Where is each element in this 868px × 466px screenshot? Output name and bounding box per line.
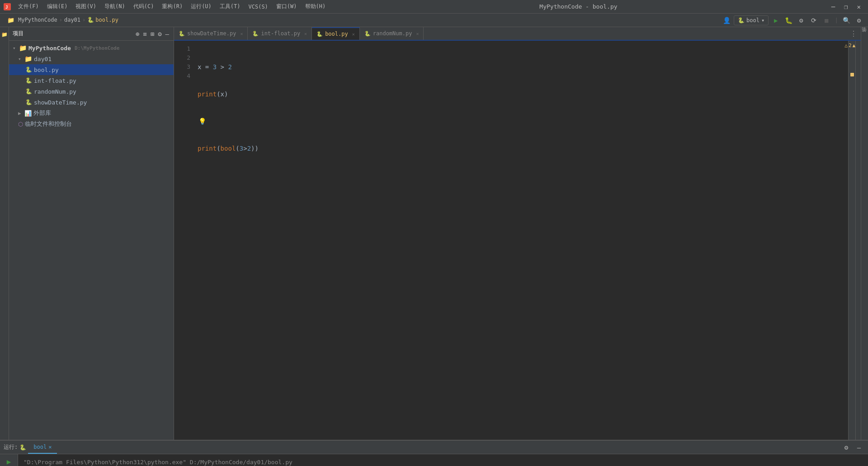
new-file-btn[interactable]: ⊕ bbox=[135, 29, 140, 38]
code-content[interactable]: x = 3 > 2 print(x) 💡 print(bool(3>2)) bbox=[192, 41, 848, 440]
breadcrumb-project[interactable]: MyPythonCode bbox=[18, 17, 57, 23]
tab-bool-label: bool.py bbox=[325, 31, 348, 37]
tab-int-float-close[interactable]: ✕ bbox=[304, 31, 307, 36]
breadcrumb-folder[interactable]: day01 bbox=[64, 17, 80, 23]
tree-external-libs[interactable]: ▶ 📊 外部库 bbox=[9, 108, 174, 119]
tab-showdatetime-label: showDateTime.py bbox=[187, 30, 236, 37]
file-tree: ▾ 📁 MyPythonCode D:\MyPythonCode ▾ 📁 day… bbox=[9, 41, 174, 440]
menu-run[interactable]: 运行(U) bbox=[187, 1, 215, 12]
extlib-icon: 📊 bbox=[24, 110, 32, 117]
tab-showdatetime[interactable]: 🐍 showDateTime.py ✕ bbox=[174, 27, 248, 40]
tree-scratch[interactable]: ⬡ 临时文件和控制台 bbox=[9, 119, 174, 129]
file-panel: 项目 ⊕ ≡ ⊞ ⚙ — ▾ 📁 MyPythonCode D:\MyPytho… bbox=[9, 27, 174, 440]
tree-file-randomnum[interactable]: 🐍 randomNum.py bbox=[9, 86, 174, 97]
top-toolbar: 📁 MyPythonCode › day01 › 🐍 bool.py 👤 🐍 b… bbox=[0, 14, 868, 27]
breadcrumb-sep2: › bbox=[82, 17, 85, 23]
maximize-button[interactable]: ❐ bbox=[840, 3, 851, 10]
tree-folder-day01[interactable]: ▾ 📁 day01 bbox=[9, 53, 174, 64]
run-play-btn[interactable]: ▶ bbox=[4, 456, 14, 466]
randomnum-label: randomNum.py bbox=[34, 88, 76, 95]
day01-folder-icon: 📁 bbox=[24, 55, 32, 62]
tabs-overflow[interactable]: ⋮ bbox=[846, 29, 861, 38]
scratch-label: 临时文件和控制台 bbox=[25, 120, 72, 128]
run-config[interactable]: 🐍 bool ▾ bbox=[734, 15, 769, 25]
day01-label: day01 bbox=[34, 56, 52, 62]
lightbulb-icon[interactable]: 💡 bbox=[198, 117, 206, 126]
tree-file-showdatetime[interactable]: 🐍 showDateTime.py bbox=[9, 97, 174, 108]
project-expand-arrow: ▾ bbox=[13, 45, 17, 51]
tab-int-float[interactable]: 🐍 int-float.py ✕ bbox=[248, 27, 312, 40]
stop-button[interactable]: ■ bbox=[821, 15, 832, 26]
extlib-label: 外部库 bbox=[33, 109, 51, 117]
showdatetime-icon: 🐍 bbox=[25, 99, 32, 105]
bool-file-label: bool.py bbox=[34, 67, 59, 73]
coverage-button[interactable]: ⚙ bbox=[796, 15, 807, 26]
menu-vcs[interactable]: VCS(S) bbox=[245, 2, 272, 11]
user-button[interactable]: 👤 bbox=[721, 15, 732, 26]
app-icon: J bbox=[4, 3, 11, 10]
randomnum-icon: 🐍 bbox=[25, 88, 32, 95]
menu-file[interactable]: 文件(F) bbox=[14, 1, 42, 12]
run-settings-btn[interactable]: ⚙ bbox=[841, 442, 852, 453]
bookmarks-sidebar: 书签 bbox=[861, 27, 868, 440]
svg-text:J: J bbox=[5, 5, 8, 10]
menu-refactor[interactable]: 重构(R) bbox=[158, 1, 186, 12]
file-panel-actions: ⊕ ≡ ⊞ ⚙ — bbox=[135, 29, 170, 38]
run-label: 运行: bbox=[4, 443, 18, 451]
code-line-3: 💡 bbox=[198, 117, 843, 126]
project-icon: 📁 bbox=[7, 17, 14, 24]
run-button[interactable]: ▶ bbox=[770, 15, 781, 26]
menu-help[interactable]: 帮助(H) bbox=[302, 1, 330, 12]
tabs-bar: 🐍 showDateTime.py ✕ 🐍 int-float.py ✕ 🐍 b… bbox=[174, 27, 861, 41]
expand-all-btn[interactable]: ⊞ bbox=[150, 29, 155, 38]
code-editor-wrapper: 1 2 3 4 x = 3 > 2 print(x) 💡 print(bool(… bbox=[174, 41, 861, 440]
menu-nav[interactable]: 导航(N) bbox=[101, 1, 129, 12]
settings-button[interactable]: ⚙ bbox=[854, 15, 864, 26]
minimize-button[interactable]: ─ bbox=[828, 3, 839, 10]
tree-file-bool[interactable]: 🐍 bool.py bbox=[9, 64, 174, 75]
tab-showdatetime-icon: 🐍 bbox=[179, 31, 185, 37]
menu-code[interactable]: 代码(C) bbox=[130, 1, 158, 12]
run-tab-bool[interactable]: bool ✕ bbox=[28, 441, 57, 454]
showdatetime-label: showDateTime.py bbox=[34, 99, 87, 106]
tab-bool[interactable]: 🐍 bool.py ✕ bbox=[312, 27, 360, 40]
menu-edit[interactable]: 编辑(E) bbox=[43, 1, 71, 12]
menu-tools[interactable]: 工具(T) bbox=[216, 1, 244, 12]
breadcrumb: 📁 MyPythonCode › day01 › 🐍 bool.py bbox=[4, 14, 721, 27]
project-path: D:\MyPythonCode bbox=[75, 45, 119, 51]
code-line-2: print(x) bbox=[198, 90, 843, 99]
sidebar-icon-1[interactable]: 📁 bbox=[0, 29, 10, 40]
tab-showdatetime-close[interactable]: ✕ bbox=[240, 31, 243, 36]
search-button[interactable]: 🔍 bbox=[841, 15, 852, 26]
project-folder-icon: 📁 bbox=[19, 44, 27, 52]
breadcrumb-sep1: › bbox=[59, 17, 62, 23]
tab-int-float-label: int-float.py bbox=[261, 30, 300, 37]
run-tab-close[interactable]: ✕ bbox=[48, 444, 52, 450]
bool-file-icon: 🐍 bbox=[25, 67, 32, 73]
run-hide-btn[interactable]: — bbox=[854, 442, 864, 453]
menu-window[interactable]: 窗口(W) bbox=[273, 1, 301, 12]
line-num-3: 3 bbox=[176, 62, 190, 71]
line-num-4: 4 bbox=[176, 71, 190, 81]
menu-view[interactable]: 视图(V) bbox=[72, 1, 100, 12]
tab-randomnum[interactable]: 🐍 randomNum.py ✕ bbox=[360, 27, 424, 40]
run-config-dropdown-icon: ▾ bbox=[761, 17, 764, 24]
run-panel-content: ▶ ■ ⚙ ≡ ⊞ 🖨 📌 🗑 "D:\Program Files\Python… bbox=[0, 454, 868, 466]
collapse-all-btn[interactable]: ≡ bbox=[142, 29, 147, 38]
line-num-2: 2 bbox=[176, 53, 190, 62]
breadcrumb-file[interactable]: 🐍 bool.py bbox=[87, 17, 118, 23]
hide-btn[interactable]: — bbox=[165, 29, 170, 38]
debug-button[interactable]: 🐛 bbox=[783, 15, 794, 26]
settings-btn[interactable]: ⚙ bbox=[157, 29, 162, 38]
tab-randomnum-close[interactable]: ✕ bbox=[416, 31, 419, 36]
file-icon: 🐍 bbox=[87, 17, 94, 23]
run-output: "D:\Program Files\Python\Python312\pytho… bbox=[18, 454, 868, 466]
run-panel: 运行: 🐍 bool ✕ ⚙ — ▶ ■ ⚙ ≡ ⊞ 🖨 📌 🗑 "D:\Pro… bbox=[0, 440, 868, 466]
scrollbar-right[interactable] bbox=[855, 41, 861, 440]
tree-project-root[interactable]: ▾ 📁 MyPythonCode D:\MyPythonCode bbox=[9, 43, 174, 53]
run-options[interactable]: ⟳ bbox=[808, 15, 819, 26]
tab-bool-close[interactable]: ✕ bbox=[352, 32, 355, 37]
tree-file-int-float[interactable]: 🐍 int-float.py bbox=[9, 75, 174, 86]
code-line-1: x = 3 > 2 bbox=[198, 62, 843, 71]
close-button[interactable]: ✕ bbox=[854, 3, 864, 10]
